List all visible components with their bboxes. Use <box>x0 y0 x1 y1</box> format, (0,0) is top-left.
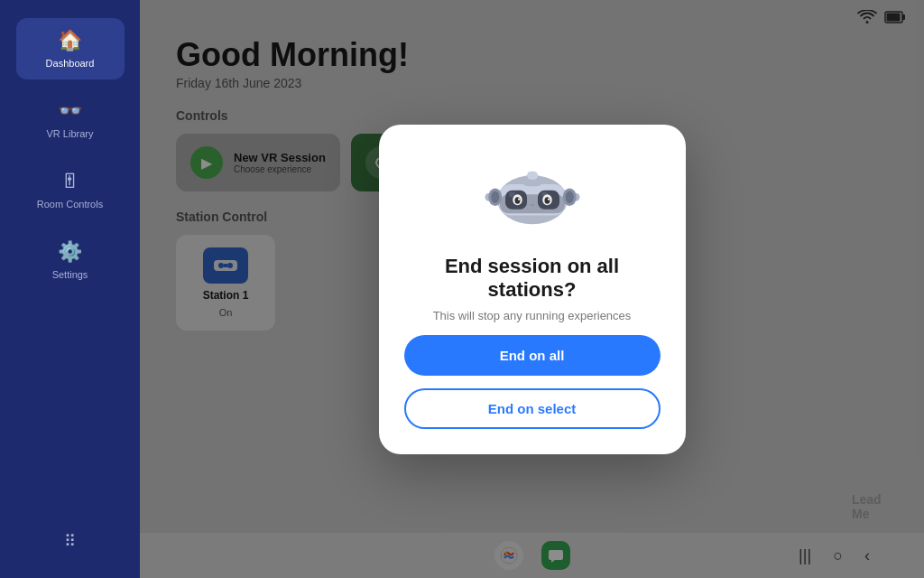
sidebar-grid-icon[interactable]: ⠿ <box>64 531 76 560</box>
home-icon: 🏠 <box>58 29 82 52</box>
svg-point-25 <box>514 197 520 204</box>
sidebar-item-dashboard[interactable]: 🏠 Dashboard <box>16 18 125 79</box>
svg-point-32 <box>565 191 573 203</box>
main-content: Good Morning! Friday 16th June 2023 Cont… <box>140 0 924 578</box>
modal-overlay[interactable]: End session on all stations? This will s… <box>140 0 924 578</box>
svg-point-31 <box>491 191 499 203</box>
sidebar-item-settings[interactable]: ⚙️ Settings <box>16 229 125 291</box>
grid-icon: ⠿ <box>64 532 76 550</box>
sidebar-item-room-controls[interactable]: 🎚 Room Controls <box>16 159 125 220</box>
sidebar-item-label: VR Library <box>47 128 94 139</box>
end-on-all-button[interactable]: End on all <box>404 335 661 376</box>
sidebar-item-vr-library[interactable]: 👓 VR Library <box>16 89 125 150</box>
svg-point-28 <box>547 198 549 200</box>
svg-rect-20 <box>527 171 538 179</box>
end-on-select-button[interactable]: End on select <box>404 388 661 429</box>
sidebar-item-label: Room Controls <box>37 199 103 210</box>
end-session-modal: End session on all stations? This will s… <box>379 125 686 454</box>
modal-subtitle: This will stop any running experiences <box>433 309 632 322</box>
sidebar-item-label: Settings <box>52 269 88 280</box>
modal-title: End session on all stations? <box>404 255 661 302</box>
vr-headset-image <box>478 157 587 238</box>
svg-point-26 <box>544 197 550 204</box>
settings-icon: ⚙️ <box>58 240 82 264</box>
sidebar-item-label: Dashboard <box>46 58 95 69</box>
room-controls-icon: 🎚 <box>60 170 80 193</box>
sidebar: 🏠 Dashboard 👓 VR Library 🎚 Room Controls… <box>0 0 140 578</box>
vr-library-icon: 👓 <box>58 99 82 123</box>
svg-point-27 <box>517 198 519 200</box>
